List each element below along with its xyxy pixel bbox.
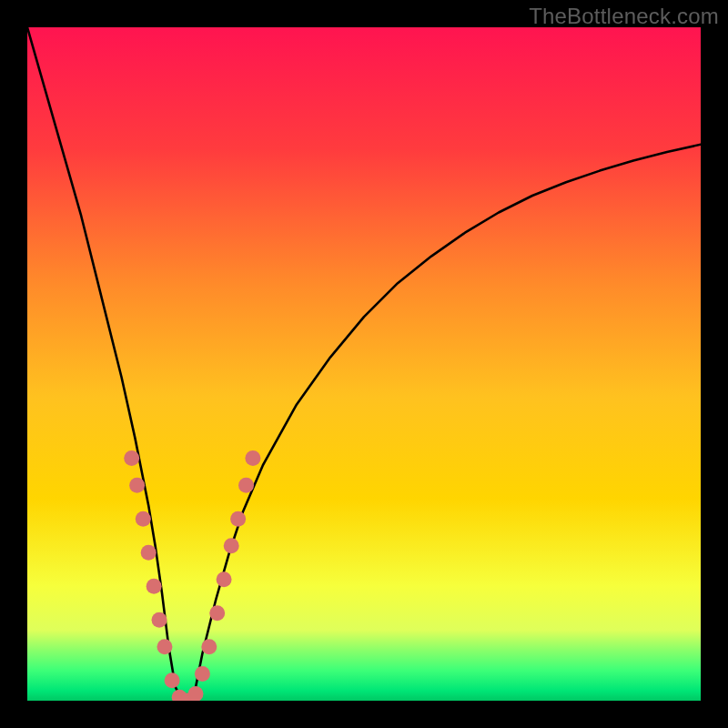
watermark-text: TheBottleneck.com: [529, 4, 719, 29]
data-point-marker: [201, 639, 217, 654]
chart-frame: TheBottleneck.com: [0, 0, 728, 728]
gradient-background: [27, 27, 701, 701]
data-point-marker: [152, 612, 167, 628]
data-point-marker: [230, 511, 246, 527]
data-point-marker: [195, 666, 210, 682]
data-point-marker: [136, 511, 151, 527]
data-point-marker: [124, 450, 139, 466]
data-point-marker: [224, 538, 239, 553]
data-point-marker: [217, 571, 232, 587]
data-point-marker: [165, 672, 180, 688]
bottleneck-chart-svg: [27, 27, 701, 701]
data-point-marker: [157, 639, 172, 654]
plot-area: [27, 27, 701, 701]
data-point-marker: [141, 545, 157, 561]
data-point-marker: [245, 450, 260, 466]
data-point-marker: [209, 605, 225, 621]
data-point-marker: [147, 579, 162, 594]
data-point-marker: [129, 478, 145, 493]
data-point-marker: [238, 478, 254, 493]
